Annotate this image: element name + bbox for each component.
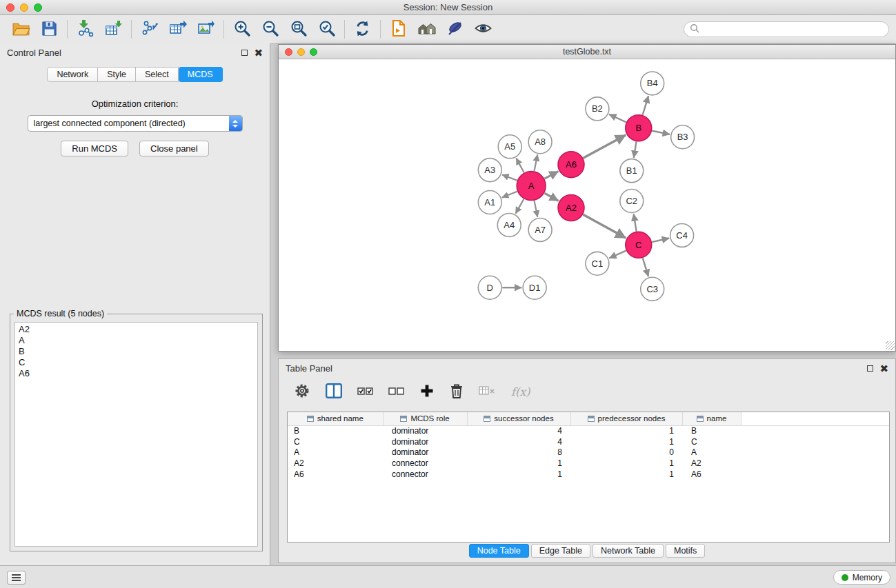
table-row[interactable]: A2connector11A2	[288, 458, 889, 469]
graph-edge-C-C3[interactable]	[643, 258, 648, 276]
graph-edge-B-B4[interactable]	[643, 96, 648, 115]
open-session-button[interactable]	[7, 18, 35, 41]
zoom-out-button[interactable]	[256, 18, 284, 41]
graph-node-A7[interactable]: A7	[528, 218, 552, 241]
search-input[interactable]	[702, 25, 883, 34]
column-header-successor-nodes[interactable]: successor nodes	[467, 412, 570, 425]
graph-edge-A-A2[interactable]	[544, 193, 558, 201]
graph-edge-C-C4[interactable]	[652, 238, 669, 242]
result-item[interactable]: A2	[15, 324, 257, 335]
zoom-network-window-button[interactable]	[310, 48, 317, 56]
graph-node-D1[interactable]: D1	[523, 276, 546, 299]
graph-edge-A6-B[interactable]	[584, 135, 626, 158]
neighborhood-houses-button[interactable]	[412, 18, 441, 41]
graph-node-C[interactable]: C	[626, 232, 652, 258]
close-window-button[interactable]	[6, 3, 14, 12]
run-mcds-button[interactable]: Run MCDS	[61, 141, 128, 156]
tab-style[interactable]: Style	[98, 67, 136, 82]
export-network-button[interactable]	[135, 18, 163, 41]
graph-node-A[interactable]: A	[517, 172, 546, 201]
graph-node-B3[interactable]: B3	[671, 125, 695, 149]
network-window-titlebar[interactable]: testGlobe.txt	[279, 45, 895, 59]
graph-edge-A-A3[interactable]	[502, 174, 517, 180]
table-row[interactable]: Bdominator41B	[288, 425, 889, 436]
close-panel-button[interactable]: Close panel	[139, 141, 209, 156]
export-table-button[interactable]	[163, 18, 192, 41]
close-network-window-button[interactable]	[285, 48, 292, 56]
delete-table-button[interactable]	[479, 384, 497, 400]
tab-motifs[interactable]: Motifs	[666, 544, 705, 558]
close-panel-icon[interactable]: ✖	[254, 50, 263, 57]
refresh-layout-button[interactable]	[348, 18, 377, 41]
float-table-panel-icon[interactable]	[867, 365, 873, 372]
result-item[interactable]: C	[15, 357, 257, 368]
tab-mcds[interactable]: MCDS	[179, 67, 223, 82]
optimization-select[interactable]: largest connected component (directed)	[28, 115, 243, 132]
graph-edge-C-C2[interactable]	[634, 214, 637, 231]
graph-edge-C-C1[interactable]	[609, 251, 626, 258]
graph-edge-A-A1[interactable]	[502, 192, 517, 198]
column-header-mcds-role[interactable]: MCDS role	[383, 412, 467, 425]
delete-column-button[interactable]	[449, 383, 464, 401]
table-row[interactable]: A6connector11A6	[288, 469, 889, 480]
tab-network-table[interactable]: Network Table	[593, 544, 664, 558]
tab-node-table[interactable]: Node Table	[469, 544, 529, 558]
close-table-panel-icon[interactable]: ✖	[879, 365, 888, 372]
tab-network[interactable]: Network	[47, 67, 98, 82]
show-details-eye-button[interactable]	[469, 18, 497, 41]
graph-node-D[interactable]: D	[478, 276, 501, 299]
table-settings-button[interactable]	[294, 383, 310, 401]
graph-edge-A-A6[interactable]	[544, 172, 558, 179]
graph-node-A6[interactable]: A6	[558, 152, 584, 178]
tab-edge-table[interactable]: Edge Table	[531, 544, 590, 558]
graph-edge-A-A7[interactable]	[535, 201, 538, 217]
graph-node-B2[interactable]: B2	[586, 97, 609, 121]
minimize-window-button[interactable]	[20, 3, 28, 12]
graph-node-A1[interactable]: A1	[478, 191, 501, 214]
function-builder-button[interactable]: f(x)	[511, 385, 530, 398]
table-row[interactable]: Adominator80A	[288, 447, 889, 458]
memory-button[interactable]: Memory	[833, 570, 890, 585]
graph-node-C3[interactable]: C3	[641, 277, 664, 301]
table-row[interactable]: Cdominator41C	[288, 436, 889, 447]
clipboard-document-button[interactable]	[384, 18, 412, 41]
result-item[interactable]: B	[15, 346, 257, 357]
result-item[interactable]: A6	[15, 368, 257, 379]
window-resize-handle[interactable]	[886, 341, 895, 350]
graph-node-B1[interactable]: B1	[620, 159, 644, 183]
graph-node-A3[interactable]: A3	[478, 159, 501, 182]
minimize-network-window-button[interactable]	[297, 48, 305, 56]
network-canvas[interactable]: AA6A2BCA1A3A4A5A7A8B1B2B3B4C1C2C3C4DD1	[279, 59, 895, 351]
result-item[interactable]: A	[15, 335, 257, 346]
graph-edge-B-B2[interactable]	[609, 114, 626, 122]
deselect-all-button[interactable]	[388, 383, 405, 401]
export-image-button[interactable]	[192, 18, 220, 41]
add-column-button[interactable]	[419, 383, 435, 401]
zoom-window-button[interactable]	[34, 3, 42, 12]
graph-edge-A2-C[interactable]	[583, 214, 626, 238]
graph-edge-A-A8[interactable]	[535, 154, 538, 171]
annotation-pen-button[interactable]	[441, 18, 469, 41]
graph-node-C4[interactable]: C4	[670, 223, 694, 247]
task-history-button[interactable]	[7, 571, 26, 585]
graph-node-C2[interactable]: C2	[620, 190, 644, 213]
zoom-selected-button[interactable]	[312, 18, 341, 41]
zoom-fit-button[interactable]	[284, 18, 312, 41]
show-columns-button[interactable]	[325, 383, 343, 401]
import-network-button[interactable]	[71, 18, 99, 41]
float-panel-icon[interactable]	[241, 50, 248, 56]
graph-edge-B-B1[interactable]	[634, 141, 637, 157]
column-header-name[interactable]: name	[682, 412, 741, 425]
save-session-button[interactable]	[35, 18, 63, 41]
graph-node-A5[interactable]: A5	[498, 135, 521, 159]
graph-edge-A-A4[interactable]	[515, 199, 524, 214]
select-all-button[interactable]	[357, 383, 374, 401]
graph-node-C1[interactable]: C1	[586, 252, 609, 275]
graph-edge-A-A5[interactable]	[516, 158, 524, 172]
graph-edge-B-B3[interactable]	[652, 131, 670, 134]
graph-node-A8[interactable]: A8	[528, 130, 552, 154]
graph-node-A2[interactable]: A2	[558, 195, 584, 221]
graph-node-A4[interactable]: A4	[497, 213, 521, 236]
import-table-button[interactable]	[99, 18, 128, 41]
column-header-predecessor-nodes[interactable]: predecessor nodes	[570, 412, 682, 425]
